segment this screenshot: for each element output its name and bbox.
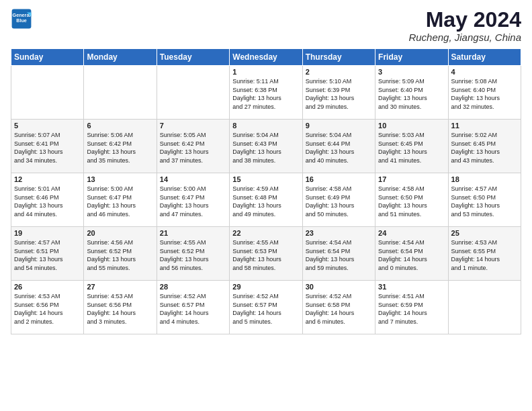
weekday-header-cell: Thursday <box>302 49 375 66</box>
day-number: 23 <box>306 229 372 237</box>
weekday-header-cell: Friday <box>375 49 448 66</box>
day-number: 7 <box>160 122 226 130</box>
day-number: 9 <box>306 122 372 130</box>
calendar-cell: 10Sunrise: 5:03 AM Sunset: 6:45 PM Dayli… <box>375 120 448 173</box>
calendar-week-row: 1Sunrise: 5:11 AM Sunset: 6:38 PM Daylig… <box>11 66 521 120</box>
calendar-week-row: 5Sunrise: 5:07 AM Sunset: 6:41 PM Daylig… <box>11 120 521 173</box>
day-number: 20 <box>87 229 153 237</box>
calendar-cell: 29Sunrise: 4:52 AM Sunset: 6:57 PM Dayli… <box>230 281 302 334</box>
calendar-week-row: 12Sunrise: 5:01 AM Sunset: 6:46 PM Dayli… <box>11 173 521 227</box>
day-number: 29 <box>232 283 299 291</box>
day-info: Sunrise: 5:04 AM Sunset: 6:44 PM Dayligh… <box>306 131 372 165</box>
calendar-cell: 11Sunrise: 5:02 AM Sunset: 6:45 PM Dayli… <box>448 120 521 173</box>
calendar-cell: 28Sunrise: 4:52 AM Sunset: 6:57 PM Dayli… <box>157 281 229 334</box>
day-info: Sunrise: 4:52 AM Sunset: 6:58 PM Dayligh… <box>306 292 372 326</box>
calendar-cell: 19Sunrise: 4:57 AM Sunset: 6:51 PM Dayli… <box>11 227 84 281</box>
calendar-cell: 23Sunrise: 4:54 AM Sunset: 6:54 PM Dayli… <box>302 227 375 281</box>
calendar-cell: 25Sunrise: 4:53 AM Sunset: 6:55 PM Dayli… <box>448 227 521 281</box>
calendar-cell: 18Sunrise: 4:57 AM Sunset: 6:50 PM Dayli… <box>448 173 521 227</box>
day-info: Sunrise: 5:07 AM Sunset: 6:41 PM Dayligh… <box>14 131 81 165</box>
calendar-cell: 2Sunrise: 5:10 AM Sunset: 6:39 PM Daylig… <box>302 66 375 120</box>
day-number: 24 <box>378 229 445 237</box>
calendar-cell: 1Sunrise: 5:11 AM Sunset: 6:38 PM Daylig… <box>230 66 302 120</box>
day-info: Sunrise: 5:09 AM Sunset: 6:40 PM Dayligh… <box>378 77 445 111</box>
day-info: Sunrise: 4:58 AM Sunset: 6:49 PM Dayligh… <box>306 185 372 218</box>
location: Rucheng, Jiangsu, China <box>408 32 521 43</box>
calendar-cell: 26Sunrise: 4:53 AM Sunset: 6:56 PM Dayli… <box>11 281 84 334</box>
day-info: Sunrise: 5:11 AM Sunset: 6:38 PM Dayligh… <box>232 77 299 111</box>
day-info: Sunrise: 4:53 AM Sunset: 6:56 PM Dayligh… <box>87 292 153 326</box>
svg-text:Blue: Blue <box>16 17 27 24</box>
calendar-cell <box>84 66 157 120</box>
day-info: Sunrise: 5:10 AM Sunset: 6:39 PM Dayligh… <box>306 77 372 111</box>
day-number: 27 <box>87 283 153 291</box>
calendar-cell: 13Sunrise: 5:00 AM Sunset: 6:47 PM Dayli… <box>84 173 157 227</box>
calendar-cell: 15Sunrise: 4:59 AM Sunset: 6:48 PM Dayli… <box>230 173 302 227</box>
day-number: 15 <box>232 175 299 183</box>
calendar-cell: 30Sunrise: 4:52 AM Sunset: 6:58 PM Dayli… <box>302 281 375 334</box>
day-info: Sunrise: 4:55 AM Sunset: 6:53 PM Dayligh… <box>232 238 299 272</box>
day-number: 1 <box>232 68 299 76</box>
calendar-cell: 8Sunrise: 5:04 AM Sunset: 6:43 PM Daylig… <box>230 120 302 173</box>
day-info: Sunrise: 5:03 AM Sunset: 6:45 PM Dayligh… <box>378 131 445 165</box>
weekday-header-cell: Saturday <box>448 49 521 66</box>
calendar-cell: 27Sunrise: 4:53 AM Sunset: 6:56 PM Dayli… <box>84 281 157 334</box>
weekday-header-cell: Sunday <box>11 49 84 66</box>
day-info: Sunrise: 4:59 AM Sunset: 6:48 PM Dayligh… <box>232 185 299 218</box>
day-number: 18 <box>451 175 518 183</box>
title-block: May 2024 Rucheng, Jiangsu, China <box>408 8 521 43</box>
day-number: 17 <box>378 175 445 183</box>
day-number: 22 <box>232 229 299 237</box>
calendar-cell: 31Sunrise: 4:51 AM Sunset: 6:59 PM Dayli… <box>375 281 448 334</box>
weekday-header-row: SundayMondayTuesdayWednesdayThursdayFrid… <box>11 49 521 66</box>
day-number: 26 <box>14 283 81 291</box>
day-number: 19 <box>14 229 81 237</box>
day-number: 30 <box>306 283 372 291</box>
day-number: 6 <box>87 122 153 130</box>
calendar-cell: 4Sunrise: 5:08 AM Sunset: 6:40 PM Daylig… <box>448 66 521 120</box>
day-number: 10 <box>378 122 445 130</box>
calendar-week-row: 26Sunrise: 4:53 AM Sunset: 6:56 PM Dayli… <box>11 281 521 334</box>
calendar-cell: 20Sunrise: 4:56 AM Sunset: 6:52 PM Dayli… <box>84 227 157 281</box>
day-number: 8 <box>232 122 299 130</box>
calendar-page: General Blue May 2024 Rucheng, Jiangsu, … <box>0 0 532 411</box>
day-info: Sunrise: 4:51 AM Sunset: 6:59 PM Dayligh… <box>378 292 445 326</box>
day-number: 28 <box>160 283 226 291</box>
calendar-table: SundayMondayTuesdayWednesdayThursdayFrid… <box>11 48 521 334</box>
calendar-cell: 16Sunrise: 4:58 AM Sunset: 6:49 PM Dayli… <box>302 173 375 227</box>
day-info: Sunrise: 4:57 AM Sunset: 6:51 PM Dayligh… <box>14 238 81 272</box>
calendar-cell <box>157 66 229 120</box>
day-info: Sunrise: 5:02 AM Sunset: 6:45 PM Dayligh… <box>451 131 518 165</box>
day-number: 12 <box>14 175 81 183</box>
logo-icon: General Blue <box>11 8 32 30</box>
header: General Blue May 2024 Rucheng, Jiangsu, … <box>11 8 521 43</box>
day-info: Sunrise: 4:54 AM Sunset: 6:54 PM Dayligh… <box>378 238 445 272</box>
day-number: 3 <box>378 68 445 76</box>
day-info: Sunrise: 5:05 AM Sunset: 6:42 PM Dayligh… <box>160 131 226 165</box>
day-number: 25 <box>451 229 518 237</box>
calendar-cell: 21Sunrise: 4:55 AM Sunset: 6:52 PM Dayli… <box>157 227 229 281</box>
month-title: May 2024 <box>408 8 521 32</box>
calendar-cell: 22Sunrise: 4:55 AM Sunset: 6:53 PM Dayli… <box>230 227 302 281</box>
day-number: 13 <box>87 175 153 183</box>
day-info: Sunrise: 4:54 AM Sunset: 6:54 PM Dayligh… <box>306 238 372 272</box>
day-info: Sunrise: 4:57 AM Sunset: 6:50 PM Dayligh… <box>451 185 518 218</box>
day-info: Sunrise: 4:53 AM Sunset: 6:55 PM Dayligh… <box>451 238 518 272</box>
day-info: Sunrise: 5:06 AM Sunset: 6:42 PM Dayligh… <box>87 131 153 165</box>
weekday-header-cell: Tuesday <box>157 49 229 66</box>
calendar-cell <box>448 281 521 334</box>
day-number: 31 <box>378 283 445 291</box>
day-number: 21 <box>160 229 226 237</box>
logo: General Blue <box>11 8 32 30</box>
weekday-header-cell: Monday <box>84 49 157 66</box>
day-info: Sunrise: 4:53 AM Sunset: 6:56 PM Dayligh… <box>14 292 81 326</box>
day-info: Sunrise: 4:58 AM Sunset: 6:50 PM Dayligh… <box>378 185 445 218</box>
calendar-week-row: 19Sunrise: 4:57 AM Sunset: 6:51 PM Dayli… <box>11 227 521 281</box>
day-number: 2 <box>306 68 372 76</box>
day-info: Sunrise: 5:00 AM Sunset: 6:47 PM Dayligh… <box>160 185 226 218</box>
calendar-cell: 5Sunrise: 5:07 AM Sunset: 6:41 PM Daylig… <box>11 120 84 173</box>
day-info: Sunrise: 4:55 AM Sunset: 6:52 PM Dayligh… <box>160 238 226 272</box>
calendar-cell: 14Sunrise: 5:00 AM Sunset: 6:47 PM Dayli… <box>157 173 229 227</box>
calendar-cell: 12Sunrise: 5:01 AM Sunset: 6:46 PM Dayli… <box>11 173 84 227</box>
day-info: Sunrise: 5:01 AM Sunset: 6:46 PM Dayligh… <box>14 185 81 218</box>
